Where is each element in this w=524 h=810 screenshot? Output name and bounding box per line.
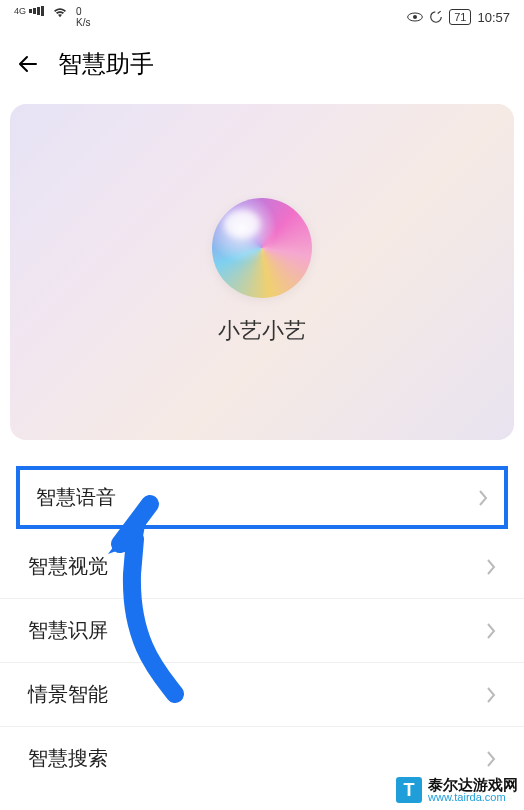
- battery-indicator: 71: [449, 9, 471, 25]
- chevron-right-icon: [486, 687, 496, 703]
- svg-point-2: [431, 12, 442, 23]
- menu-item-label: 情景智能: [28, 681, 108, 708]
- chevron-right-icon: [486, 559, 496, 575]
- menu-context[interactable]: 情景智能: [0, 663, 524, 727]
- assistant-orb-icon: [212, 198, 312, 298]
- menu-item-label: 智慧语音: [36, 484, 116, 511]
- page-title: 智慧助手: [58, 48, 154, 80]
- boost-icon: [429, 10, 443, 24]
- assistant-hero: 小艺小艺: [10, 104, 514, 440]
- watermark: T 泰尔达游戏网 www.tairda.com: [394, 775, 524, 806]
- back-button[interactable]: [16, 52, 40, 76]
- watermark-url: www.tairda.com: [428, 792, 518, 804]
- status-left: 4G 0 K/s: [14, 6, 90, 28]
- network-speed: 0 K/s: [76, 6, 90, 28]
- clock: 10:57: [477, 10, 510, 25]
- menu-item-label: 智慧搜索: [28, 745, 108, 772]
- eye-icon: [407, 12, 423, 22]
- watermark-logo-icon: T: [396, 777, 422, 803]
- menu-vision[interactable]: 智慧视觉: [0, 535, 524, 599]
- status-bar: 4G 0 K/s 71 10:57: [0, 0, 524, 34]
- menu-voice[interactable]: 智慧语音: [16, 466, 508, 529]
- menu-item-label: 智慧视觉: [28, 553, 108, 580]
- page-header: 智慧助手: [0, 34, 524, 94]
- watermark-name: 泰尔达游戏网: [428, 777, 518, 793]
- menu-item-label: 智慧识屏: [28, 617, 108, 644]
- wifi-icon: [52, 6, 68, 18]
- svg-point-1: [413, 15, 417, 19]
- chevron-right-icon: [486, 751, 496, 767]
- status-right: 71 10:57: [407, 9, 510, 25]
- signal-indicator: 4G: [14, 6, 44, 16]
- menu-screen-recognition[interactable]: 智慧识屏: [0, 599, 524, 663]
- arrow-left-icon: [16, 52, 40, 76]
- network-type: 4G: [14, 6, 26, 16]
- assistant-name: 小艺小艺: [218, 316, 306, 346]
- settings-list: 智慧语音 智慧视觉 智慧识屏 情景智能 智慧搜索: [0, 466, 524, 790]
- chevron-right-icon: [478, 490, 488, 506]
- chevron-right-icon: [486, 623, 496, 639]
